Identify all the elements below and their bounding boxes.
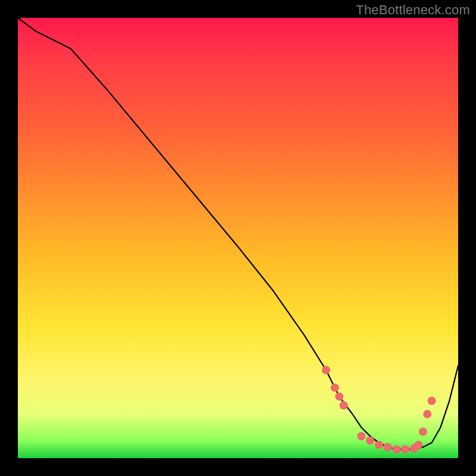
- curve-marker: [366, 436, 374, 444]
- bottleneck-curve: [18, 18, 458, 449]
- curve-marker: [335, 392, 343, 400]
- curve-marker: [340, 401, 348, 409]
- curve-marker: [414, 441, 422, 449]
- curve-marker: [322, 366, 330, 374]
- curve-marker: [423, 410, 431, 418]
- curve-marker: [375, 441, 383, 449]
- curve-marker: [357, 432, 365, 440]
- curve-marker: [419, 428, 427, 436]
- curve-marker: [331, 384, 339, 392]
- curve-marker: [392, 445, 400, 453]
- plot-gradient-area: [18, 18, 458, 458]
- curve-markers: [322, 366, 436, 453]
- chart-frame: TheBottleneck.com: [0, 0, 476, 476]
- curve-marker: [428, 397, 436, 405]
- curve-svg: [18, 18, 458, 458]
- watermark-text: TheBottleneck.com: [356, 2, 470, 18]
- curve-marker: [401, 445, 409, 453]
- curve-marker: [384, 443, 392, 452]
